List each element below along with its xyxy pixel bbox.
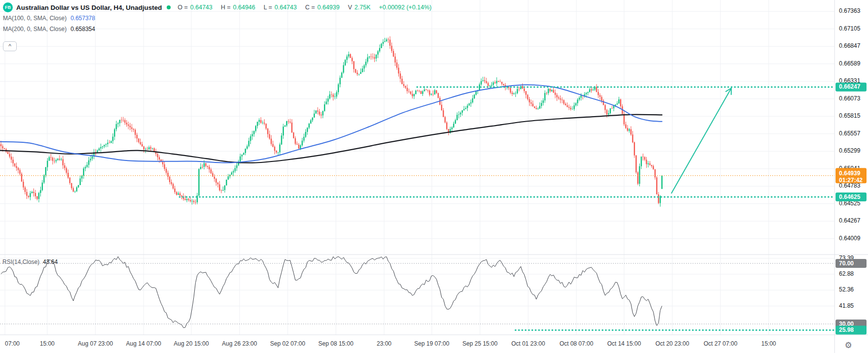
settings-button[interactable]: ⚙ [842,339,855,352]
rsi-line [1,257,662,328]
pane-borders [0,0,868,353]
grid-lines [0,0,835,335]
indicator-row-ma200[interactable]: MA(200, 0, SMA, Close) 0.658354 [3,24,432,34]
gear-icon: ⚙ [844,340,852,351]
open-value: 0.64743 [190,4,212,11]
price-axis[interactable] [835,0,868,335]
rsi-label: RSI(14,Close) [2,258,39,265]
high-label: H = [221,4,231,11]
close-value: 0.64939 [317,4,339,11]
chevron-up-icon: ^ [8,42,11,50]
time-axis[interactable] [0,335,835,353]
symbol-logo[interactable]: FB [3,2,13,12]
high-value: 0.64946 [233,4,255,11]
change-value: +0.00092 (+0.14%) [379,4,431,11]
chart-canvas[interactable]: 0.673630.671050.668470.665890.663310.660… [0,0,868,353]
symbol-header-row: FB Australian Dollar vs US Dollar, H4, U… [3,2,432,13]
ohlc-readout: O = 0.64743 H = 0.64946 L = 0.64743 C = … [178,4,431,11]
candlestick-series [0,36,662,207]
indicator-row-rsi[interactable]: RSI(14,Close) 43.64 [2,258,58,265]
trend-arrow [671,88,731,193]
legend-collapse-button[interactable]: ^ [3,41,17,51]
ma100-value: 0.657378 [70,15,95,22]
chart-window: 0.673630.671050.668470.665890.663310.660… [0,0,868,353]
legend: FB Australian Dollar vs US Dollar, H4, U… [3,2,432,34]
rsi-value: 43.64 [43,258,58,265]
low-label: L = [264,4,272,11]
symbol-title[interactable]: Australian Dollar vs US Dollar, H4, Unad… [16,4,162,11]
ma200-value: 0.658354 [70,26,95,32]
symbol-logo-text: FB [5,5,11,10]
level-lines [0,87,835,330]
market-status-dot-icon [167,5,171,9]
open-label: O = [178,4,188,11]
ma200-line [0,115,662,163]
ma100-label: MA(100, 0, SMA, Close) [3,15,66,22]
ma200-label: MA(200, 0, SMA, Close) [3,26,66,32]
close-label: C = [305,4,315,11]
indicator-row-ma100[interactable]: MA(100, 0, SMA, Close) 0.657378 [3,13,432,24]
low-value: 0.64743 [274,4,297,11]
volume-label: V [348,4,352,11]
volume-value: 2.75K [355,4,371,11]
